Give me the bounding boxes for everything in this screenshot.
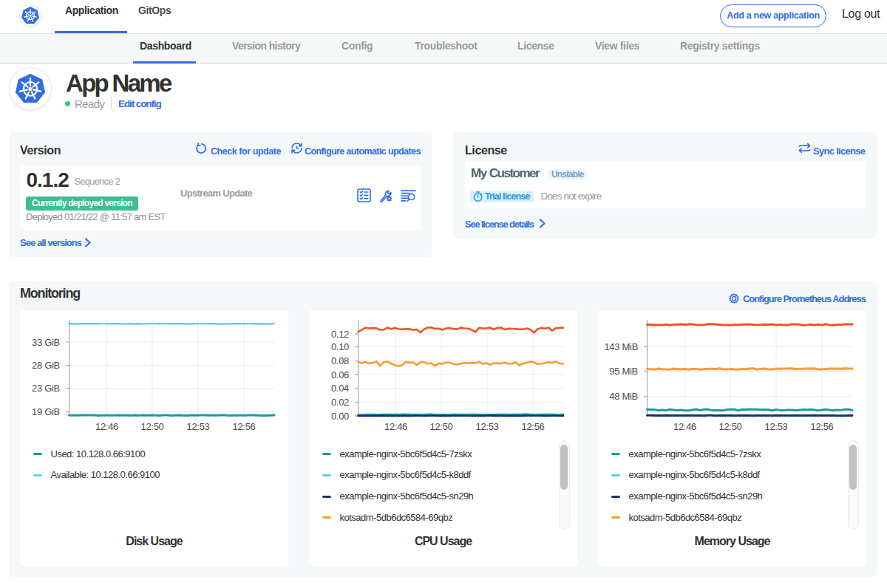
svg-text:0.06: 0.06: [331, 369, 349, 380]
svg-text:12:50: 12:50: [718, 421, 741, 432]
svg-text:12:50: 12:50: [429, 421, 452, 432]
svg-text:12:46: 12:46: [384, 421, 407, 432]
svg-text:12:56: 12:56: [810, 421, 833, 432]
svg-text:28 GiB: 28 GiB: [32, 360, 60, 371]
svg-text:12:56: 12:56: [232, 421, 255, 432]
svg-text:0.08: 0.08: [331, 355, 349, 366]
svg-text:12:50: 12:50: [140, 421, 163, 432]
svg-text:0.04: 0.04: [331, 383, 349, 394]
svg-text:33 GiB: 33 GiB: [32, 337, 60, 348]
svg-text:0.02: 0.02: [331, 397, 349, 408]
svg-text:48 MiB: 48 MiB: [609, 391, 638, 402]
svg-text:0.10: 0.10: [331, 341, 349, 352]
svg-text:0.12: 0.12: [331, 329, 349, 340]
svg-text:95 MiB: 95 MiB: [609, 366, 638, 377]
svg-text:12:56: 12:56: [521, 421, 544, 432]
svg-text:12:53: 12:53: [764, 421, 787, 432]
svg-text:23 GiB: 23 GiB: [32, 383, 60, 394]
svg-text:19 GiB: 19 GiB: [32, 406, 60, 417]
svg-text:12:46: 12:46: [95, 421, 118, 432]
svg-text:12:46: 12:46: [673, 421, 696, 432]
svg-text:12:53: 12:53: [475, 421, 498, 432]
svg-text:143 MiB: 143 MiB: [604, 341, 638, 352]
svg-text:0.00: 0.00: [331, 411, 349, 422]
svg-text:12:53: 12:53: [186, 421, 209, 432]
